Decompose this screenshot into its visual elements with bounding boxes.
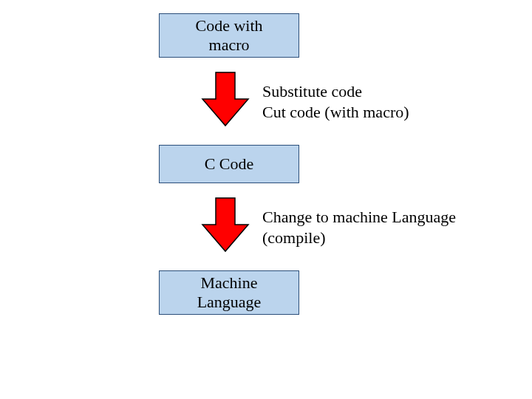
label-text: Change to machine Language(compile) (262, 208, 456, 247)
box-c-code: C Code (159, 145, 299, 183)
box-machine-language: MachineLanguage (159, 270, 299, 315)
box-label: Code withmacro (195, 16, 262, 55)
svg-marker-1 (202, 198, 248, 251)
down-arrow-icon (200, 71, 251, 129)
down-arrow-icon (200, 197, 251, 254)
arrow-down-2 (200, 197, 251, 259)
svg-marker-0 (202, 72, 248, 126)
label-substitute: Substitute codeCut code (with macro) (262, 81, 409, 122)
arrow-down-1 (200, 71, 251, 133)
label-text: Substitute codeCut code (with macro) (262, 82, 409, 121)
label-compile: Change to machine Language(compile) (262, 207, 456, 248)
box-code-with-macro: Code withmacro (159, 13, 299, 58)
box-label: MachineLanguage (197, 273, 262, 313)
box-label: C Code (205, 154, 254, 174)
